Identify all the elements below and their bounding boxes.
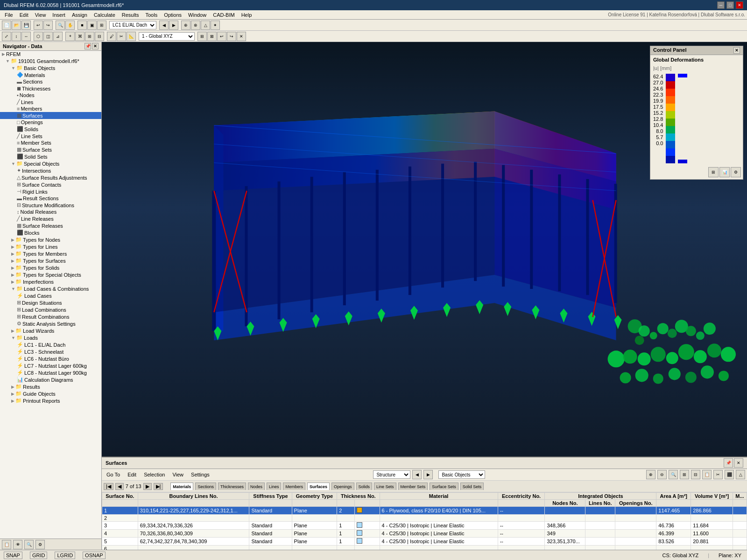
nav-loads[interactable]: ▼ 📁 Loads xyxy=(0,334,101,341)
nav-structure-modifications[interactable]: ⊟ Structure Modifications xyxy=(0,202,101,209)
nav-nodes[interactable]: • Nodes xyxy=(0,92,101,98)
tab-thicknesses[interactable]: Thicknesses xyxy=(218,483,246,490)
col-nodes-no[interactable]: Nodes No. xyxy=(545,500,585,507)
tb-btn-2[interactable]: ▣ xyxy=(87,21,97,30)
col-geometry[interactable]: Geometry Type xyxy=(292,493,337,500)
nav-solids[interactable]: ⬛ Solids xyxy=(0,126,101,133)
goto-menu[interactable]: Go To xyxy=(104,471,123,478)
col-lines-no[interactable]: Lines No. xyxy=(585,500,615,507)
nav-results[interactable]: ▶ 📁 Results xyxy=(0,383,101,390)
nav-static-analysis[interactable]: ⚙ Static Analysis Settings xyxy=(0,320,101,327)
nav-surface-releases[interactable]: ▦ Surface Releases xyxy=(0,222,101,229)
tb2-btn-15[interactable]: ⊠ xyxy=(207,32,217,41)
nav-nodal-releases[interactable]: ↕ Nodal Releases xyxy=(0,209,101,215)
nav-lc1[interactable]: ⚡ LC1 - EL/AL Dach xyxy=(0,341,101,348)
next-filter-btn[interactable]: ▶ xyxy=(423,470,433,479)
menu-edit[interactable]: Edit xyxy=(17,12,31,18)
tb2-btn-7[interactable]: ⌖ xyxy=(65,32,75,41)
table-row[interactable]: 2 xyxy=(102,515,747,522)
coord-system-combo[interactable]: 1 - Global XYZ xyxy=(139,32,195,41)
nav-types-special[interactable]: ▶ 📁 Types for Special Objects xyxy=(0,271,101,278)
nav-load-cases-comb[interactable]: ▼ 📁 Load Cases & Combinations xyxy=(0,285,101,292)
col-material[interactable]: Material xyxy=(380,493,498,500)
surfaces-table-container[interactable]: |◀ ◀ 7 of 13 ▶ ▶| Materials Sections Thi… xyxy=(102,481,747,550)
tab-solids[interactable]: Solids xyxy=(356,483,373,490)
nav-file[interactable]: ▼ 📁 191001 Gesamtmodell.rf6* xyxy=(0,57,101,64)
menu-view[interactable]: View xyxy=(32,12,49,18)
prev-filter-btn[interactable]: ◀ xyxy=(412,470,422,479)
nav-line-releases[interactable]: ╱ Line Releases xyxy=(0,215,101,222)
snap-toggle[interactable]: SNAP xyxy=(4,552,22,559)
nav-surfaces[interactable]: ▦ Surfaces xyxy=(0,112,101,119)
nav-types-nodes[interactable]: ▶ 📁 Types for Nodes xyxy=(0,236,101,243)
tb2-btn-12[interactable]: ✂ xyxy=(117,32,126,41)
nav-types-surfaces[interactable]: ▶ 📁 Types for Surfaces xyxy=(0,257,101,264)
edit-menu[interactable]: Edit xyxy=(125,471,139,478)
menu-results[interactable]: Results xyxy=(119,12,142,18)
surfaces-pin-btn[interactable]: 📌 xyxy=(724,458,733,468)
tb-btn-6[interactable]: ⊕ xyxy=(181,21,190,30)
new-btn[interactable]: 📄 xyxy=(2,21,11,30)
tb2-btn-1[interactable]: ⤢ xyxy=(2,32,11,41)
nav-design-situations[interactable]: ⊞ Design Situations xyxy=(0,299,101,306)
tb2-btn-16[interactable]: ↩ xyxy=(217,32,226,41)
nav-solid-sets[interactable]: ⬛ Solid Sets xyxy=(0,153,101,160)
grid-toggle[interactable]: GRID xyxy=(30,552,48,559)
tab-solid-sets[interactable]: Solid Sets xyxy=(460,483,484,490)
nav-blocks[interactable]: ⬛ Blocks xyxy=(0,229,101,236)
tb2-btn-13[interactable]: 📐 xyxy=(127,32,136,41)
nav-thicknesses[interactable]: ◼ Thicknesses xyxy=(0,85,101,92)
pan-btn[interactable]: ✋ xyxy=(65,21,75,30)
tab-member-sets[interactable]: Member Sets xyxy=(398,483,428,490)
tab-surface-sets[interactable]: Surface Sets xyxy=(430,483,458,490)
tab-line-sets[interactable]: Line Sets xyxy=(374,483,396,490)
col-eccentricity[interactable]: Eccentricity No. xyxy=(498,493,545,500)
selection-menu[interactable]: Selection xyxy=(141,471,168,478)
tb-s4[interactable]: ⊞ xyxy=(680,470,689,479)
nav-close-btn[interactable]: ✕ xyxy=(92,43,99,49)
tab-surfaces[interactable]: Surfaces xyxy=(307,483,330,490)
nav-lines[interactable]: ╱ Lines xyxy=(0,98,101,105)
nav-basic-objects[interactable]: ▼ 📁 Basic Objects xyxy=(0,64,101,71)
nav-pin-btn[interactable]: 📌 xyxy=(85,43,91,49)
tb-s1[interactable]: ⊕ xyxy=(646,470,655,479)
nav-lc7[interactable]: ⚡ LC7 - Nutzlast Lager 600kg xyxy=(0,362,101,369)
tb-btn-1[interactable]: ■ xyxy=(78,21,87,30)
nav-calc-diagrams[interactable]: 📊 Calculation Diagrams xyxy=(0,376,101,383)
tb2-btn-2[interactable]: ↕ xyxy=(12,32,21,41)
tb2-btn-5[interactable]: ◫ xyxy=(43,32,53,41)
open-btn[interactable]: 📂 xyxy=(12,21,21,30)
tb-btn-7[interactable]: ⊗ xyxy=(191,21,200,30)
tab-openings[interactable]: Openings xyxy=(331,483,354,490)
tb2-btn-17[interactable]: ↪ xyxy=(227,32,236,41)
tb-btn-5[interactable]: ▶ xyxy=(169,21,178,30)
nav-types-solids[interactable]: ▶ 📁 Types for Solids xyxy=(0,264,101,271)
settings-menu[interactable]: Settings xyxy=(188,471,212,478)
nav-line-sets[interactable]: ╱ Line Sets xyxy=(0,133,101,140)
table-row[interactable]: 3 69,334,324,79,336,326 Standard Plane 1… xyxy=(102,522,747,530)
col-volume[interactable]: Volume V [m³] xyxy=(691,493,733,500)
tab-lines[interactable]: Lines xyxy=(267,483,282,490)
nav-printout-reports[interactable]: ▶ 📁 Printout Reports xyxy=(0,397,101,404)
menu-cad-bim[interactable]: CAD-BIM xyxy=(210,12,237,18)
tb2-btn-10[interactable]: ⊟ xyxy=(95,32,104,41)
col-integrated[interactable]: Integrated Objects xyxy=(545,493,656,500)
nav-last-btn[interactable]: ▶| xyxy=(154,483,163,490)
tb-s6[interactable]: 📋 xyxy=(702,470,712,479)
nav-member-sets[interactable]: ≡ Member Sets xyxy=(0,140,101,146)
tb2-btn-4[interactable]: ⬡ xyxy=(34,32,43,41)
nav-special-objects[interactable]: ▼ 📁 Special Objects xyxy=(0,160,101,167)
tb2-btn-9[interactable]: ⊞ xyxy=(85,32,94,41)
tb2-btn-14[interactable]: ⊞ xyxy=(197,32,207,41)
objects-combo[interactable]: Basic Objects xyxy=(438,470,485,479)
nav-result-combinations[interactable]: ⊞ Result Combinations xyxy=(0,313,101,320)
table-row[interactable]: 6 xyxy=(102,546,747,550)
menu-tools[interactable]: Tools xyxy=(142,12,160,18)
minimize-button[interactable]: ─ xyxy=(717,1,725,9)
cp-close-btn[interactable]: ✕ xyxy=(733,47,740,54)
col-boundary-lines[interactable]: Boundary Lines No. xyxy=(138,493,249,500)
col-area[interactable]: Area A [m²] xyxy=(656,493,691,500)
tb-s8[interactable]: ⬛ xyxy=(725,470,734,479)
nav-lc8[interactable]: ⚡ LC8 - Nutzlast Lager 900kg xyxy=(0,369,101,376)
view-menu[interactable]: View xyxy=(169,471,186,478)
